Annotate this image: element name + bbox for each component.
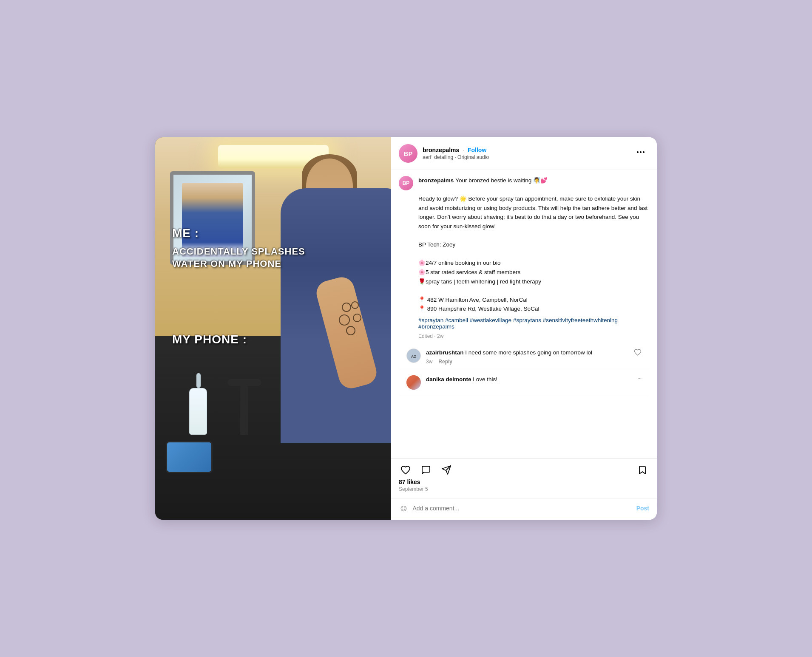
follow-button[interactable]: Follow [468, 147, 486, 153]
svg-point-3 [353, 314, 361, 322]
heart-icon [400, 465, 411, 475]
comment-icon [421, 465, 431, 475]
overlay-me-text: ME : [172, 227, 199, 240]
action-icons [399, 463, 649, 477]
overlay-phone-text: MY PHONE : [172, 333, 247, 346]
comment-like-button-2[interactable]: ~ [638, 375, 642, 382]
comment-time-1: 3w [426, 359, 432, 365]
video-panel[interactable]: ME : ACCIDENTALLY SPLASHES WATER ON MY P… [155, 137, 391, 520]
comment-avatar-danika [406, 375, 421, 390]
post-comment-button[interactable]: Post [636, 505, 649, 512]
caption-username[interactable]: bronzepalms [418, 177, 454, 184]
svg-point-7 [643, 152, 644, 153]
header-top-row: bronzepalms · Follow [423, 147, 627, 153]
post-header: BP bronzepalms · Follow aerf_detailing ·… [391, 137, 657, 170]
heart-icon-1 [634, 348, 642, 356]
bookmark-icon [637, 465, 647, 475]
svg-point-10 [406, 375, 421, 390]
comment-text-1: azairbrushtan I need some more splashes … [426, 348, 629, 357]
caption-tech: BP Tech: Zoey [418, 241, 455, 248]
bullet-1: 🌸24/7 online booking in our bio [418, 260, 500, 266]
caption-avatar: BP [399, 176, 413, 190]
comment-item: AZ azairbrushtan I need some more splash… [399, 343, 649, 370]
arm-tattoo [334, 299, 368, 341]
post-card: ME : ACCIDENTALLY SPLASHES WATER ON MY P… [155, 137, 657, 520]
comment-input[interactable] [412, 505, 632, 512]
bullet-2: 🌸5 star rated services & staff members [418, 269, 520, 275]
comment-username-2[interactable]: danika delmonte [426, 376, 471, 382]
svg-point-1 [352, 302, 358, 309]
comment-meta-1: 3w Reply [426, 359, 629, 365]
emoji-button[interactable]: ☺ [399, 503, 408, 514]
svg-point-2 [339, 315, 349, 325]
svg-text:AZ: AZ [411, 354, 417, 359]
action-bar: 87 likes September 5 [391, 459, 657, 498]
more-options-button[interactable] [632, 145, 649, 161]
more-icon [636, 147, 646, 157]
comment-item-2: danika delmonte Love this! ~ [399, 370, 649, 395]
edited-info: Edited · 2w [418, 333, 649, 339]
svg-point-0 [342, 303, 351, 312]
overlay-accident-text: ACCIDENTALLY SPLASHES WATER ON MY PHONE [172, 246, 305, 270]
like-button[interactable] [399, 463, 412, 477]
header-info: bronzepalms · Follow aerf_detailing · Or… [423, 147, 627, 160]
separator: · [463, 147, 464, 153]
caption-content: bronzepalmsYour bronzed bestie is waitin… [418, 176, 649, 339]
caption-hashtags[interactable]: #spraytan #cambell #westlakevillage #spr… [418, 317, 649, 330]
comment-like-button-1[interactable] [634, 348, 642, 358]
location-1: 📍 482 W Hamilton Ave, Campbell, NorCal [418, 297, 528, 303]
header-username[interactable]: bronzepalms [423, 147, 459, 153]
video-scene: ME : ACCIDENTALLY SPLASHES WATER ON MY P… [155, 137, 391, 520]
location-2: 📍 890 Hampshire Rd, Westlake Village, So… [418, 306, 539, 312]
caption-area: BP bronzepalmsYour bronzed bestie is wai… [391, 170, 657, 459]
caption-row: BP bronzepalmsYour bronzed bestie is wai… [399, 176, 649, 339]
header-subline: aerf_detailing · Original audio [423, 154, 627, 160]
comment-content-2: Love this! [473, 376, 497, 382]
svg-point-6 [640, 152, 641, 153]
avatar: BP [399, 144, 417, 163]
phone-on-counter [166, 441, 213, 473]
comment-avatar-azairbrushtan: AZ [406, 348, 421, 363]
bullet-3: 🌹spray tans | teeth whitening | red ligh… [418, 278, 541, 285]
likes-count: 87 likes [399, 479, 649, 485]
reply-button-1[interactable]: Reply [438, 359, 452, 365]
caption-intro: Your bronzed bestie is waiting 🧖‍♀️💕 [455, 177, 548, 184]
caption-body: Ready to glow? 🌟 Before your spray tan a… [418, 195, 647, 229]
comment-input-row: ☺ Post [391, 498, 657, 520]
svg-point-5 [637, 152, 638, 153]
soap-dispenser [189, 388, 207, 435]
comment-body-1: azairbrushtan I need some more splashes … [426, 348, 629, 365]
info-panel: BP bronzepalms · Follow aerf_detailing ·… [391, 137, 657, 520]
faucet-head [227, 379, 261, 386]
comment-content-1: I need some more splashes going on tomor… [465, 349, 592, 356]
post-date: September 5 [399, 486, 649, 492]
comment-username-1[interactable]: azairbrushtan [426, 349, 464, 356]
comment-button[interactable] [419, 463, 433, 477]
share-button[interactable] [440, 463, 453, 477]
save-button[interactable] [636, 463, 649, 477]
comment-text-2: danika delmonte Love this! [426, 375, 633, 384]
share-icon [441, 465, 451, 475]
caption-text: bronzepalmsYour bronzed bestie is waitin… [418, 176, 649, 314]
faucet-neck [240, 384, 248, 435]
soap-pump [196, 373, 201, 388]
comment-body-2: danika delmonte Love this! [426, 375, 633, 384]
svg-point-4 [346, 326, 355, 335]
